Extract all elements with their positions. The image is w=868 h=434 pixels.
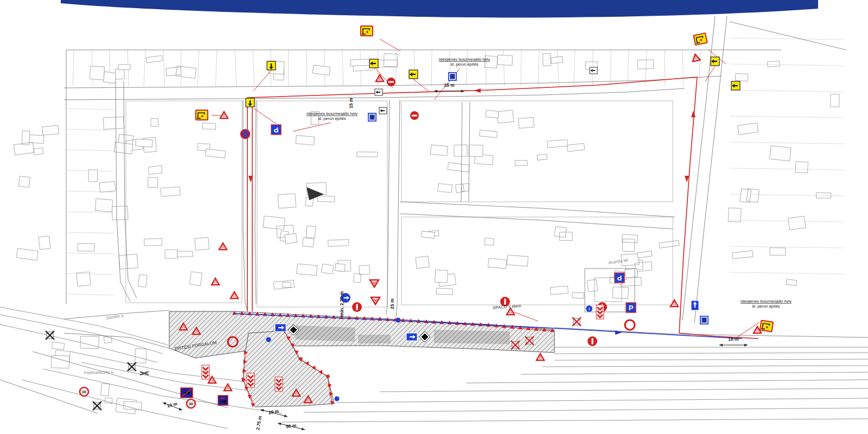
noentry-sign <box>387 78 395 86</box>
bdot-sign <box>396 318 401 323</box>
yarrow-sign <box>731 81 740 90</box>
map-text-labels: ÉPÍTÉSI FORGALOMSPACITY elemPodmaniczky … <box>84 57 792 431</box>
warn-sign <box>537 354 544 360</box>
traffic-signs: PPP3030i <box>46 26 773 410</box>
crossx-sign <box>572 317 581 326</box>
dimension-label: 50 m <box>285 423 297 430</box>
redbar-sign <box>588 336 597 346</box>
dimension-label: 15 m <box>348 98 354 108</box>
traffic-plan-map: PPP3030i ÉPÍTÉSI FORGALOMSPACITY elemPod… <box>0 0 868 434</box>
svg-text:P: P <box>617 274 622 282</box>
yield-sign <box>371 297 380 304</box>
banner-wave <box>61 0 818 17</box>
chev-sign <box>275 377 283 391</box>
dimension-label: 15 m <box>444 82 455 88</box>
lane2-sign <box>218 395 228 405</box>
crane-sign <box>693 33 707 45</box>
svg-text:P: P <box>273 126 278 134</box>
dimension-label: 25 m <box>390 298 395 309</box>
warn-sign <box>671 300 678 307</box>
binfo-sign <box>448 72 457 81</box>
bus-stop-annotation: Ideiglenes buszmegálló hely <box>307 111 358 116</box>
redring-sign <box>625 320 635 330</box>
parking-sign: P <box>271 125 281 135</box>
svg-text:30: 30 <box>189 402 193 406</box>
brect-sign <box>691 301 699 310</box>
chev-sign <box>247 373 254 387</box>
bus-stop-annotation: Ideiglenes buszmegálló hely <box>439 57 490 62</box>
svg-text:30: 30 <box>82 390 86 394</box>
warrow-sign <box>375 89 382 95</box>
binfo-sign <box>368 113 376 122</box>
crane-sign <box>361 26 373 36</box>
noentry-sign <box>410 111 419 120</box>
lanex-sign <box>181 388 193 398</box>
icirc-sign: i <box>586 305 592 312</box>
chev-sign <box>596 305 604 319</box>
binfo-sign <box>700 316 709 324</box>
bdot-sign <box>266 337 271 342</box>
speed30-sign: 30 <box>80 387 88 396</box>
traffic-plan-page: PPP3030i ÉPÍTÉSI FORGALOMSPACITY elemPod… <box>0 0 868 434</box>
crane-sign <box>760 321 773 332</box>
yarrow-sign <box>267 61 276 70</box>
crossx-sign <box>93 401 101 410</box>
nostop-sign <box>241 130 250 138</box>
map-label: Sándor u. <box>106 313 125 321</box>
dimension-label: min. 2.75 m <box>339 291 344 316</box>
crane-sign <box>196 110 208 120</box>
dimension-label: 18 m <box>728 336 739 342</box>
warn-sign <box>224 384 232 391</box>
yarrow-sign <box>711 57 719 66</box>
map-label: SPACITY elem <box>493 303 522 310</box>
crossx-sign <box>127 362 136 371</box>
warn-sign <box>231 292 238 298</box>
yarrow-sign <box>246 98 254 107</box>
crossx-sign <box>511 341 520 349</box>
dimension-label: 2.75 m <box>255 415 263 430</box>
svg-text:i: i <box>589 307 590 311</box>
warn-sign <box>212 278 219 285</box>
chev-sign <box>202 365 209 379</box>
yield-sign <box>370 280 379 287</box>
standrew-sign <box>140 372 149 375</box>
bus-stop-annotation-line2: id. peron építés <box>752 304 780 309</box>
svg-text:P: P <box>629 304 634 312</box>
bus-stop-annotation: Ideiglenes buszmegálló hely <box>741 299 792 304</box>
warrow-sign <box>379 107 387 114</box>
redbar-sign <box>352 302 362 312</box>
bus-stop-annotation-line2: id. peron építés <box>450 62 478 67</box>
yarrow-sign <box>369 59 378 68</box>
parking-sign: P <box>615 273 624 283</box>
warn-sign <box>220 112 228 118</box>
map-label: Podmaniczky u. <box>84 369 115 375</box>
parking-sign: P <box>626 303 636 312</box>
warn-sign <box>376 75 384 81</box>
bus-stop-annotation-line2: id. peron építés <box>318 116 346 121</box>
crossx-sign <box>525 336 534 345</box>
warn-sign <box>691 54 700 62</box>
yarrow-sign <box>409 70 418 79</box>
warn-sign <box>219 243 227 250</box>
brect-sign <box>275 324 286 331</box>
bdot-sign <box>335 397 340 401</box>
warrow-sign <box>590 67 597 74</box>
crossx-sign <box>46 331 54 340</box>
brect-sign <box>406 333 417 341</box>
speed30-sign: 30 <box>187 399 195 408</box>
